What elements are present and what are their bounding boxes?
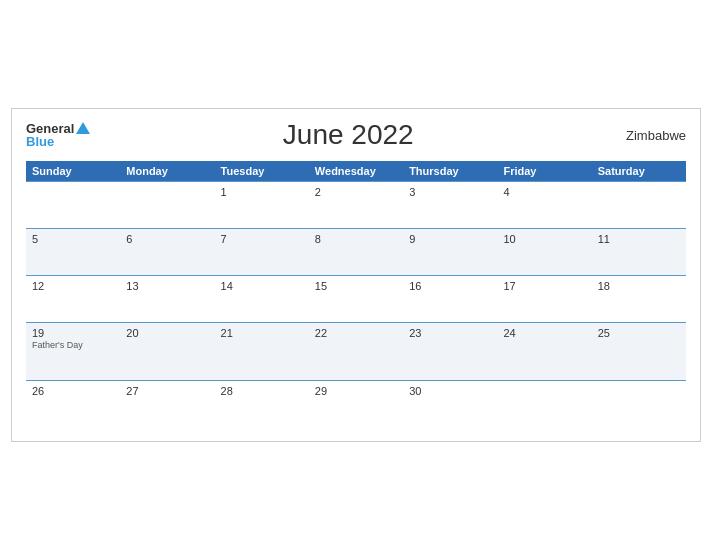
calendar-cell bbox=[592, 381, 686, 428]
calendar-cell: 8 bbox=[309, 229, 403, 276]
logo-triangle-icon bbox=[76, 122, 90, 134]
calendar-cell: 4 bbox=[497, 182, 591, 229]
day-number: 28 bbox=[221, 385, 303, 397]
calendar-cell: 2 bbox=[309, 182, 403, 229]
calendar-cell: 16 bbox=[403, 276, 497, 323]
day-number: 1 bbox=[221, 186, 303, 198]
calendar-cell: 25 bbox=[592, 323, 686, 381]
day-number: 22 bbox=[315, 327, 397, 339]
calendar-cell: 20 bbox=[120, 323, 214, 381]
calendar-cell: 6 bbox=[120, 229, 214, 276]
day-number: 17 bbox=[503, 280, 585, 292]
day-number: 15 bbox=[315, 280, 397, 292]
weekday-thursday: Thursday bbox=[403, 161, 497, 182]
day-number: 25 bbox=[598, 327, 680, 339]
calendar-cell bbox=[120, 182, 214, 229]
day-number: 21 bbox=[221, 327, 303, 339]
day-number: 2 bbox=[315, 186, 397, 198]
calendar-cell: 14 bbox=[215, 276, 309, 323]
calendar-week-row: 2627282930 bbox=[26, 381, 686, 428]
day-number: 23 bbox=[409, 327, 491, 339]
weekday-tuesday: Tuesday bbox=[215, 161, 309, 182]
calendar-cell: 3 bbox=[403, 182, 497, 229]
weekday-sunday: Sunday bbox=[26, 161, 120, 182]
calendar-week-row: 12131415161718 bbox=[26, 276, 686, 323]
calendar-cell: 19Father's Day bbox=[26, 323, 120, 381]
calendar-cell: 26 bbox=[26, 381, 120, 428]
calendar-cell: 9 bbox=[403, 229, 497, 276]
day-number: 7 bbox=[221, 233, 303, 245]
calendar-cell: 17 bbox=[497, 276, 591, 323]
calendar-cell: 10 bbox=[497, 229, 591, 276]
calendar-week-row: 567891011 bbox=[26, 229, 686, 276]
calendar-cell: 21 bbox=[215, 323, 309, 381]
calendar-cell: 18 bbox=[592, 276, 686, 323]
calendar-cell: 24 bbox=[497, 323, 591, 381]
calendar-cell: 7 bbox=[215, 229, 309, 276]
day-number: 20 bbox=[126, 327, 208, 339]
calendar: General Blue June 2022 Zimbabwe SundayMo… bbox=[11, 108, 701, 442]
calendar-cell: 27 bbox=[120, 381, 214, 428]
day-number: 12 bbox=[32, 280, 114, 292]
holiday-label: Father's Day bbox=[32, 340, 114, 350]
calendar-cell: 29 bbox=[309, 381, 403, 428]
logo: General Blue bbox=[26, 122, 90, 148]
calendar-cell bbox=[26, 182, 120, 229]
calendar-cell: 15 bbox=[309, 276, 403, 323]
calendar-cell bbox=[592, 182, 686, 229]
calendar-cell: 13 bbox=[120, 276, 214, 323]
weekday-saturday: Saturday bbox=[592, 161, 686, 182]
day-number: 14 bbox=[221, 280, 303, 292]
day-number: 5 bbox=[32, 233, 114, 245]
weekday-monday: Monday bbox=[120, 161, 214, 182]
logo-blue-text: Blue bbox=[26, 135, 54, 148]
day-number: 11 bbox=[598, 233, 680, 245]
day-number: 27 bbox=[126, 385, 208, 397]
calendar-cell: 1 bbox=[215, 182, 309, 229]
calendar-cell: 11 bbox=[592, 229, 686, 276]
day-number: 30 bbox=[409, 385, 491, 397]
calendar-week-row: 1234 bbox=[26, 182, 686, 229]
day-number: 16 bbox=[409, 280, 491, 292]
calendar-week-row: 19Father's Day202122232425 bbox=[26, 323, 686, 381]
country-label: Zimbabwe bbox=[606, 128, 686, 143]
day-number: 26 bbox=[32, 385, 114, 397]
day-number: 8 bbox=[315, 233, 397, 245]
calendar-header: General Blue June 2022 Zimbabwe bbox=[26, 119, 686, 151]
day-number: 13 bbox=[126, 280, 208, 292]
day-number: 10 bbox=[503, 233, 585, 245]
calendar-cell: 12 bbox=[26, 276, 120, 323]
day-number: 18 bbox=[598, 280, 680, 292]
day-number: 29 bbox=[315, 385, 397, 397]
weekday-wednesday: Wednesday bbox=[309, 161, 403, 182]
calendar-cell: 22 bbox=[309, 323, 403, 381]
calendar-title: June 2022 bbox=[90, 119, 606, 151]
day-number: 4 bbox=[503, 186, 585, 198]
calendar-cell: 30 bbox=[403, 381, 497, 428]
day-number: 19 bbox=[32, 327, 114, 339]
calendar-cell: 5 bbox=[26, 229, 120, 276]
day-number: 24 bbox=[503, 327, 585, 339]
weekday-friday: Friday bbox=[497, 161, 591, 182]
day-number: 9 bbox=[409, 233, 491, 245]
day-number: 3 bbox=[409, 186, 491, 198]
calendar-cell: 23 bbox=[403, 323, 497, 381]
calendar-grid: SundayMondayTuesdayWednesdayThursdayFrid… bbox=[26, 161, 686, 427]
day-number: 6 bbox=[126, 233, 208, 245]
calendar-cell: 28 bbox=[215, 381, 309, 428]
weekday-header-row: SundayMondayTuesdayWednesdayThursdayFrid… bbox=[26, 161, 686, 182]
calendar-cell bbox=[497, 381, 591, 428]
